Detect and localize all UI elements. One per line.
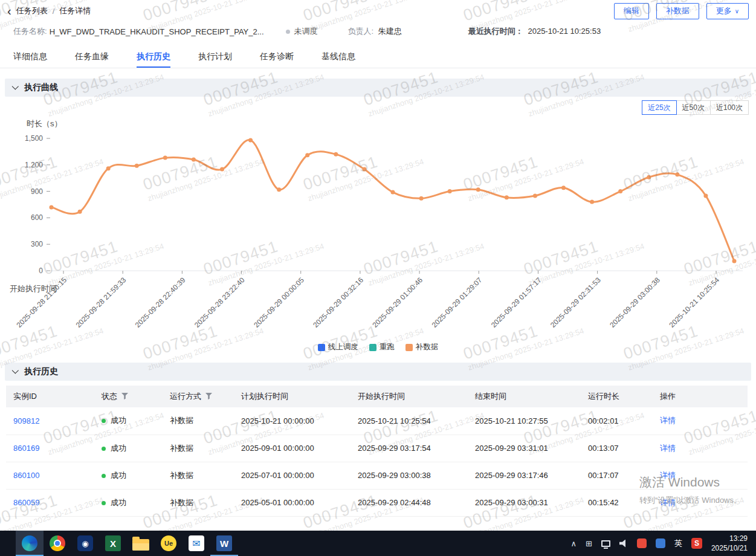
status-cell: 成功 — [94, 489, 163, 516]
watermark-user: zhujianzhong 2025-10-21 13:29:54 — [47, 242, 165, 288]
tab-任务血缘[interactable]: 任务血缘 — [75, 46, 109, 68]
taskbar-app-mail[interactable]: ✉ — [183, 531, 210, 556]
svg-text:1,500: 1,500 — [25, 134, 43, 143]
legend-item-重跑[interactable]: 重跑 — [369, 342, 395, 352]
watermark-user: zhujianzhong 2025-10-21 13:29:54 — [367, 242, 485, 288]
table-row: 860169成功补数据2025-09-01 00:00:002025-09-29… — [6, 435, 748, 462]
column-header-状态: 状态 — [94, 386, 163, 407]
status-text: 成功 — [111, 416, 126, 425]
edit-button[interactable]: 编辑 — [614, 3, 649, 19]
svg-text:2025-09-28 21:59:33: 2025-09-28 21:59:33 — [74, 276, 128, 329]
range-button-近25次[interactable]: 近25次 — [642, 100, 676, 115]
duration-cell: 00:02:01 — [581, 407, 653, 435]
clock-time: 13:29 — [711, 534, 748, 543]
taskbar-app-folder[interactable] — [127, 531, 155, 556]
taskbar-app-ue[interactable]: Ue — [155, 531, 183, 556]
taskbar-app-excel[interactable]: X — [99, 531, 127, 556]
legend-item-线上调度[interactable]: 线上调度 — [318, 342, 358, 352]
tab-执行历史[interactable]: 执行历史 — [137, 46, 170, 68]
status-success-dot-icon — [102, 419, 106, 423]
word-icon: W — [216, 535, 232, 551]
filter-icon[interactable] — [121, 393, 128, 399]
taskbar-app-word[interactable]: W — [210, 531, 238, 556]
status-cell: 成功 — [94, 435, 163, 462]
history-table: 实例ID状态运行方式计划执行时间开始执行时间结束时间运行时长操作 909812成… — [6, 386, 748, 517]
network-icon[interactable] — [601, 540, 610, 547]
instance-id-cell: 860100 — [6, 462, 94, 489]
breadcrumb-task-detail: 任务详情 — [59, 5, 91, 16]
watermark-id: 00079451 — [141, 139, 262, 195]
taskbar-clock[interactable]: 13:29 2025/10/21 — [711, 534, 748, 553]
action-cell: 详情 — [653, 407, 748, 435]
svg-text:开始执行时间: 开始执行时间 — [10, 284, 57, 293]
watermark-user: zhujianzhong 2025-10-21 13:29:54 — [306, 157, 425, 203]
range-button-近100次[interactable]: 近100次 — [710, 100, 749, 115]
legend-item-补数据[interactable]: 补数据 — [405, 342, 439, 352]
detail-link[interactable]: 详情 — [660, 498, 676, 507]
history-table-header-row: 实例ID状态运行方式计划执行时间开始执行时间结束时间运行时长操作 — [6, 386, 748, 407]
start-time-cell: 2025-10-21 10:25:54 — [351, 407, 468, 435]
detail-link[interactable]: 详情 — [660, 416, 676, 425]
more-button[interactable]: 更多∨ — [706, 3, 749, 19]
chart-legend: 线上调度重跑补数据 — [0, 342, 756, 352]
svg-text:900: 900 — [31, 187, 43, 196]
tab-详细信息[interactable]: 详细信息 — [13, 46, 47, 68]
volume-icon[interactable] — [619, 540, 628, 548]
breadcrumb-task-list[interactable]: 任务列表 — [16, 5, 48, 16]
svg-text:2025-09-29 02:31:53: 2025-09-29 02:31:53 — [549, 276, 603, 329]
hidden-icons-chevron-icon[interactable]: ∧ — [571, 539, 577, 548]
tab-基线信息[interactable]: 基线信息 — [321, 46, 355, 68]
detail-link[interactable]: 详情 — [660, 444, 676, 453]
start-time-cell: 2025-09-29 03:17:54 — [351, 435, 468, 462]
tab-任务诊断[interactable]: 任务诊断 — [260, 46, 294, 68]
plan-time-cell: 2025-10-21 00:00:00 — [234, 407, 351, 435]
column-header-结束时间: 结束时间 — [468, 386, 581, 407]
watermark: 00079451zhujianzhong 2025-10-21 13:29:54 — [682, 224, 756, 288]
filter-icon[interactable] — [205, 393, 212, 399]
watermark-user: zhujianzhong 2025-10-21 13:29:54 — [687, 242, 756, 288]
header-actions: 编辑 补数据 更多∨ — [607, 3, 749, 19]
instance-id-link[interactable]: 909812 — [13, 416, 39, 425]
tray-app-red-icon[interactable] — [637, 538, 647, 548]
column-header-开始执行时间: 开始执行时间 — [351, 386, 468, 407]
taskbar-app-chrome[interactable] — [44, 531, 71, 556]
back-button[interactable]: ‹ — [7, 5, 11, 17]
instance-id-link[interactable]: 860059 — [13, 498, 39, 507]
instance-id-link[interactable]: 860169 — [13, 444, 39, 453]
sogou-input-icon[interactable]: S — [691, 538, 702, 549]
plan-time-cell: 2025-05-01 00:00:00 — [234, 489, 351, 516]
svg-text:2025-09-29 01:29:07: 2025-09-29 01:29:07 — [430, 276, 484, 329]
tray-app-blue-icon[interactable] — [656, 538, 665, 548]
more-button-label: 更多 — [716, 5, 732, 16]
instance-id-cell: 860169 — [6, 435, 94, 462]
tab-执行计划[interactable]: 执行计划 — [198, 46, 232, 68]
run-mode-cell: 补数据 — [163, 435, 234, 462]
taskbar-app-edge[interactable] — [16, 531, 44, 556]
legend-label: 补数据 — [416, 342, 439, 352]
detail-link[interactable]: 详情 — [660, 471, 676, 480]
curve-section-header[interactable]: 执行曲线 — [5, 79, 751, 97]
svg-text:300: 300 — [31, 240, 43, 248]
watermark: 00079451zhujianzhong 2025-10-21 13:29:54 — [621, 139, 745, 203]
history-section-header[interactable]: 执行历史 — [5, 363, 751, 381]
watermark-id: 00079451 — [461, 139, 583, 195]
svg-text:2025-09-28 22:40:39: 2025-09-28 22:40:39 — [134, 276, 187, 329]
collapse-chevron-icon — [12, 83, 19, 89]
taskbar-app-app[interactable]: ◉ — [71, 531, 99, 556]
schedule-status: 未调度 — [286, 26, 318, 37]
range-button-近50次[interactable]: 近50次 — [676, 100, 711, 115]
legend-swatch-icon — [405, 344, 413, 351]
backfill-button[interactable]: 补数据 — [656, 3, 699, 19]
run-mode-cell: 补数据 — [163, 407, 234, 435]
table-row: 909812成功补数据2025-10-21 00:00:002025-10-21… — [6, 407, 748, 435]
task-name-value: H_WF_DWD_TRADE_HKAUDIT_SHOP_RECEIPT_PAY_… — [50, 27, 264, 36]
table-row: 860059成功补数据2025-05-01 00:00:002025-09-29… — [6, 489, 748, 516]
watermark-id: 00079451 — [621, 139, 743, 195]
column-header-计划执行时间: 计划执行时间 — [234, 386, 351, 407]
ue-icon: Ue — [161, 535, 176, 551]
instance-id-link[interactable]: 860100 — [13, 471, 39, 480]
input-language-indicator[interactable]: 英 — [674, 538, 682, 549]
task-info-row: 任务名称: H_WF_DWD_TRADE_HKAUDIT_SHOP_RECEIP… — [13, 25, 750, 37]
grid-icon[interactable]: ⊞ — [586, 539, 592, 548]
status-success-dot-icon — [102, 474, 106, 478]
